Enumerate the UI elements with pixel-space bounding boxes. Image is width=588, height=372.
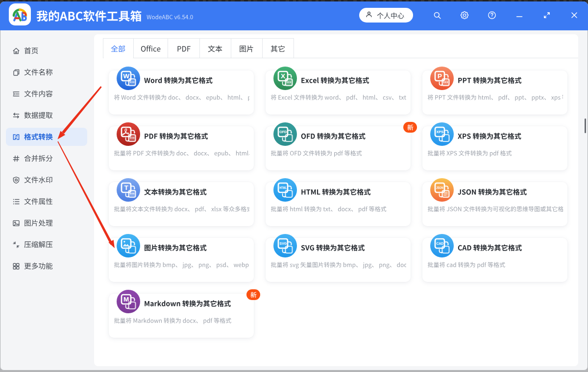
svg-text:M: M [123,296,129,303]
svg-text:XPS: XPS [436,130,443,134]
svg-text:SVG: SVG [279,241,287,246]
svg-text:JSON: JSON [436,186,443,190]
svg-text:CAD: CAD [436,241,443,246]
svg-text:P: P [438,72,442,80]
svg-text:X: X [281,72,285,80]
svg-text:OFD: OFD [279,130,287,134]
svg-text:W: W [123,72,129,80]
svg-text:HTML: HTML [279,186,287,190]
svg-text:T: T [124,184,128,191]
